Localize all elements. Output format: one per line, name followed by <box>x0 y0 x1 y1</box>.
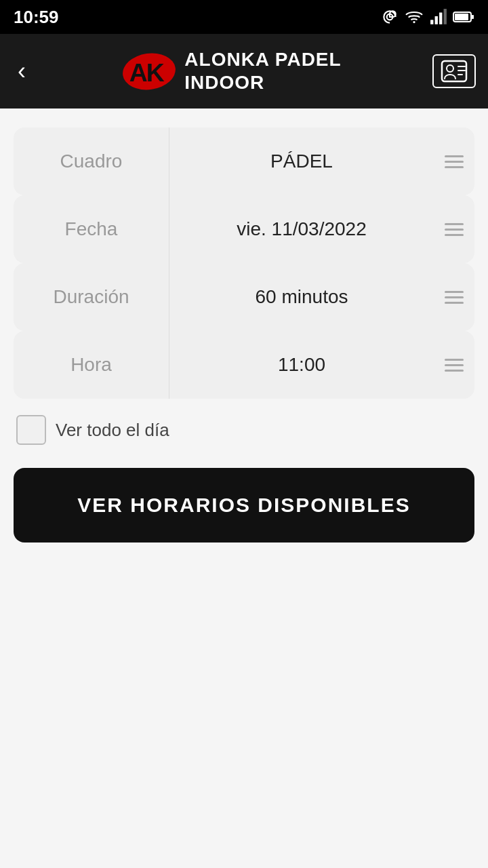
hora-field[interactable]: Hora11:00 <box>14 331 474 399</box>
back-button[interactable]: ‹ <box>12 52 31 91</box>
fecha-field-label: Fecha <box>14 195 169 263</box>
status-bar: 10:59 <box>0 0 488 34</box>
cuadro-field[interactable]: CuadroPÁDEL <box>14 127 474 195</box>
brand-title: ALONKA PADEL INDOOR <box>184 48 341 94</box>
ak-logo-icon: AK <box>122 47 176 95</box>
svg-rect-7 <box>455 14 468 20</box>
view-all-day-label: Ver todo el día <box>56 420 169 441</box>
status-time: 10:59 <box>14 7 59 28</box>
cuadro-field-menu-icon[interactable] <box>434 127 474 195</box>
duracion-field-value: 60 minutos <box>169 286 434 308</box>
battery-icon <box>453 8 474 26</box>
fecha-field-menu-icon[interactable] <box>434 195 474 263</box>
hora-field-value: 11:00 <box>169 354 434 376</box>
svg-text:AK: AK <box>129 58 165 87</box>
contact-card-icon <box>441 60 468 83</box>
svg-rect-2 <box>430 20 433 24</box>
duracion-field[interactable]: Duración60 minutos <box>14 263 474 331</box>
at-icon <box>381 8 399 26</box>
hora-field-label: Hora <box>14 331 169 399</box>
svg-point-1 <box>413 21 415 23</box>
svg-point-12 <box>447 65 453 72</box>
cuadro-field-label: Cuadro <box>14 127 169 195</box>
fecha-field-value: vie. 11/03/2022 <box>169 218 434 240</box>
fecha-field[interactable]: Fechavie. 11/03/2022 <box>14 195 474 263</box>
signal-icon <box>430 8 447 26</box>
svg-rect-5 <box>444 9 447 24</box>
duracion-field-menu-icon[interactable] <box>434 263 474 331</box>
svg-rect-4 <box>439 13 442 24</box>
ver-horarios-button[interactable]: VER HORARIOS DISPONIBLES <box>14 468 474 542</box>
main-content: CuadroPÁDELFechavie. 11/03/2022Duración6… <box>0 108 488 556</box>
view-all-day-checkbox[interactable] <box>16 415 46 445</box>
svg-rect-3 <box>435 16 438 24</box>
hora-field-menu-icon[interactable] <box>434 331 474 399</box>
svg-rect-8 <box>472 15 474 19</box>
contact-button[interactable] <box>432 54 476 88</box>
cuadro-field-value: PÁDEL <box>169 151 434 172</box>
wifi-icon <box>404 8 424 26</box>
view-all-day-row: Ver todo el día <box>14 410 474 450</box>
brand-logo: AK ALONKA PADEL INDOOR <box>122 47 341 95</box>
status-icons <box>381 8 474 26</box>
app-header: ‹ AK ALONKA PADEL INDOOR <box>0 34 488 108</box>
duracion-field-label: Duración <box>14 263 169 331</box>
fields-container: CuadroPÁDELFechavie. 11/03/2022Duración6… <box>14 127 474 399</box>
